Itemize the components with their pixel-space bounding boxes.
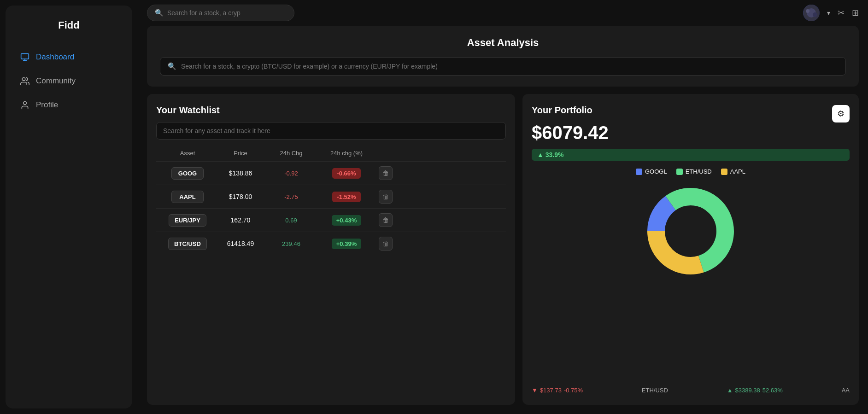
asset-search-icon: 🔍: [168, 62, 176, 70]
search-icon: 🔍: [155, 9, 164, 17]
pf-aapl: ▲ $3389.38 52.63%: [727, 387, 783, 394]
sidebar-item-community[interactable]: Community: [13, 70, 125, 92]
sidebar: Fidd Dashboard Community Profile: [6, 6, 132, 408]
delete-button[interactable]: 🗑: [379, 190, 393, 204]
asset-change: -0.92: [266, 170, 317, 177]
asset-price: 61418.49: [215, 240, 266, 247]
pf-ethusd-label: ETH/USD: [642, 387, 668, 394]
asset-change-pct: -0.66%: [317, 168, 376, 179]
legend-aapl-label: AAPL: [730, 168, 745, 175]
asset-search-input[interactable]: [181, 63, 838, 70]
portfolio-change-badge: ▲ 33.9%: [532, 149, 850, 161]
svg-point-12: [667, 207, 715, 255]
asset-analysis-title: Asset Analysis: [160, 37, 846, 49]
grid-icon[interactable]: ⊞: [852, 8, 859, 18]
content-area: Asset Analysis 🔍 Your Watchlist Asset Pr…: [138, 26, 868, 414]
asset-change-pct: -1.52%: [317, 192, 376, 202]
portfolio-footer: ▼ $137.73 -0.75% ETH/USD ▲ $3389.38 52.6…: [532, 382, 850, 394]
user-circle-icon: [20, 100, 29, 110]
pf-googl-value: $137.73: [540, 387, 562, 394]
delete-button[interactable]: 🗑: [379, 237, 393, 251]
table-row: BTC/USD 61418.49 239.46 +0.39% 🗑: [156, 232, 506, 255]
legend-ethusd-label: ETH/USD: [686, 168, 712, 175]
chevron-down-icon[interactable]: ▾: [827, 9, 830, 17]
pf-googl-arrow: ▼: [532, 387, 538, 394]
app-logo: Fidd: [13, 15, 125, 44]
sidebar-item-profile[interactable]: Profile: [13, 94, 125, 116]
pf-ethusd: ETH/USD: [642, 387, 668, 394]
asset-name: AAPL: [171, 191, 204, 203]
svg-rect-0: [21, 54, 29, 59]
portfolio-title: Your Portfolio: [532, 105, 592, 116]
sidebar-community-label: Community: [36, 76, 76, 86]
portfolio-header: Your Portfolio ⚙: [532, 105, 850, 122]
svg-point-7: [806, 9, 809, 13]
chart-legend: GOOGL ETH/USD AAPL: [636, 168, 745, 175]
pf-aapl-pct: 52.63%: [762, 387, 783, 394]
legend-ethusd-dot: [676, 169, 683, 175]
portfolio-settings-button[interactable]: ⚙: [832, 105, 850, 122]
pf-googl: ▼ $137.73 -0.75%: [532, 387, 583, 394]
legend-aapl-dot: [721, 169, 727, 175]
pf-aa: AA: [842, 387, 850, 394]
legend-googl-dot: [636, 169, 642, 175]
avatar[interactable]: [803, 5, 820, 21]
monitor-icon: [20, 52, 29, 62]
asset-change: -2.75: [266, 193, 317, 200]
disconnect-icon[interactable]: ✂: [838, 8, 845, 18]
pf-aa-label: AA: [842, 387, 850, 394]
pf-aapl-arrow: ▲: [727, 387, 733, 394]
pf-googl-pct: -0.75%: [564, 387, 583, 394]
legend-aapl: AAPL: [721, 168, 745, 175]
col-price: Price: [215, 150, 266, 157]
main-content: 🔍 ▾ ✂ ⊞ Asset Analysis 🔍 Your Watchlis: [138, 0, 868, 414]
legend-googl: GOOGL: [636, 168, 667, 175]
asset-price: $178.00: [215, 193, 266, 200]
chart-area: GOOGL ETH/USD AAPL: [532, 168, 850, 382]
svg-point-8: [813, 12, 817, 17]
asset-change: 0.69: [266, 217, 317, 224]
watchlist-title: Your Watchlist: [156, 105, 506, 116]
asset-name: EUR/JPY: [169, 214, 206, 227]
asset-name: BTC/USD: [168, 238, 207, 250]
sidebar-profile-label: Profile: [36, 100, 58, 110]
asset-change-pct: +0.39%: [317, 239, 376, 249]
legend-googl-label: GOOGL: [645, 168, 667, 175]
topbar: 🔍 ▾ ✂ ⊞: [138, 0, 868, 26]
portfolio-change-pct: ▲ 33.9%: [537, 151, 563, 158]
donut-chart: [640, 181, 741, 282]
watchlist-panel: Your Watchlist Asset Price 24h Chg 24h c…: [147, 94, 515, 405]
topbar-search-bar[interactable]: 🔍: [147, 5, 294, 21]
delete-button[interactable]: 🗑: [379, 213, 393, 227]
asset-change: 239.46: [266, 240, 317, 247]
legend-ethusd: ETH/USD: [676, 168, 712, 175]
topbar-search-input[interactable]: [167, 9, 287, 17]
pf-aapl-value: $3389.38: [735, 387, 760, 394]
bottom-panels: Your Watchlist Asset Price 24h Chg 24h c…: [147, 94, 859, 405]
portfolio-value: $6079.42: [532, 122, 850, 143]
col-actions: [376, 150, 395, 157]
asset-search-bar[interactable]: 🔍: [160, 57, 846, 76]
col-change: 24h Chg: [266, 150, 317, 157]
users-icon: [20, 76, 29, 86]
topbar-right: ▾ ✂ ⊞: [803, 5, 859, 21]
table-header: Asset Price 24h Chg 24h chg (%): [156, 147, 506, 159]
portfolio-panel: Your Portfolio ⚙ $6079.42 ▲ 33.9% GOOGL: [522, 94, 859, 405]
asset-change-pct: +0.43%: [317, 215, 376, 226]
col-asset: Asset: [160, 150, 215, 157]
sidebar-dashboard-label: Dashboard: [36, 52, 74, 62]
asset-name: GOOG: [171, 167, 204, 180]
watchlist-search-input[interactable]: [156, 122, 506, 140]
sidebar-item-dashboard[interactable]: Dashboard: [13, 46, 125, 68]
delete-button[interactable]: 🗑: [379, 166, 393, 180]
table-row: AAPL $178.00 -2.75 -1.52% 🗑: [156, 185, 506, 208]
asset-analysis-panel: Asset Analysis 🔍: [147, 26, 859, 87]
svg-point-3: [22, 78, 25, 81]
table-row: GOOG $138.86 -0.92 -0.66% 🗑: [156, 161, 506, 185]
col-change-pct: 24h chg (%): [317, 150, 376, 157]
asset-price: 162.70: [215, 216, 266, 224]
asset-price: $138.86: [215, 169, 266, 177]
svg-point-4: [23, 102, 27, 105]
watchlist-table: Asset Price 24h Chg 24h chg (%) GOOG $13…: [156, 147, 506, 394]
table-row: EUR/JPY 162.70 0.69 +0.43% 🗑: [156, 208, 506, 232]
